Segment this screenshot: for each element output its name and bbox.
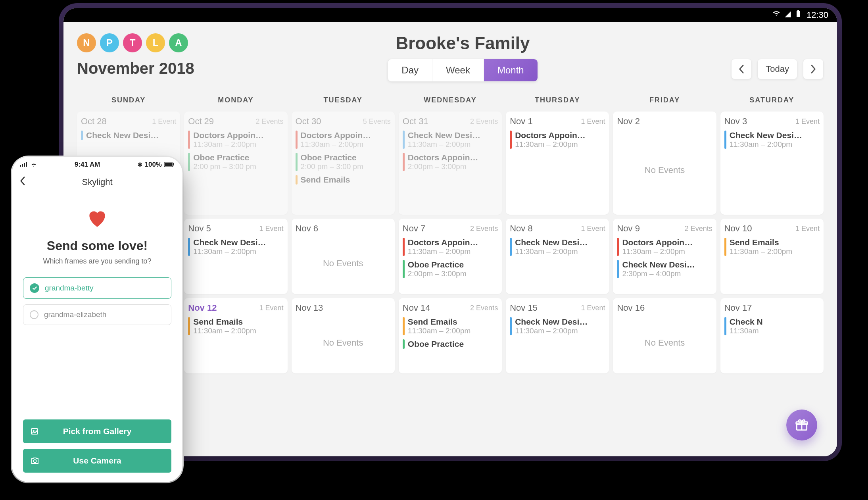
svg-rect-0 xyxy=(797,11,800,17)
event-item[interactable]: Check New Desi…11:30am – 2:00pm xyxy=(188,238,283,256)
send-subheading: Which frames are you sending to? xyxy=(43,257,151,265)
day-cell[interactable]: Nov 142 EventsSend Emails11:30am – 2:00p… xyxy=(399,298,502,373)
event-time: 11:30am – 2:00pm xyxy=(408,247,498,256)
event-title: Oboe Practice xyxy=(408,260,498,269)
event-item[interactable]: Send Emails11:30am – 2:00pm xyxy=(724,238,820,256)
event-item[interactable]: Send Emails11:30am – 2:00pm xyxy=(188,317,283,335)
prev-button[interactable] xyxy=(731,59,752,79)
ios-status-bar: 9:41 AM ✱ 100% xyxy=(12,157,182,173)
day-cell[interactable]: Oct 312 EventsCheck New Desi…11:30am – 2… xyxy=(399,112,502,215)
svg-rect-9 xyxy=(165,163,172,166)
svg-rect-10 xyxy=(173,163,174,165)
svg-rect-5 xyxy=(22,164,23,167)
event-item[interactable]: Check N11:30am xyxy=(724,317,820,335)
avatar[interactable]: A xyxy=(169,33,188,52)
event-title: Oboe Practice xyxy=(193,153,283,162)
event-title: Check New Desi… xyxy=(193,238,283,247)
event-color-bar xyxy=(188,238,190,256)
day-date: Nov 8 xyxy=(510,223,532,234)
event-item[interactable]: Doctors Appoin…11:30am – 2:00pm xyxy=(510,131,605,149)
day-cell[interactable]: Nov 51 EventCheck New Desi…11:30am – 2:0… xyxy=(184,219,287,294)
day-cell[interactable]: Nov 17Check N11:30am xyxy=(720,298,824,373)
event-time: 11:30am – 2:00pm xyxy=(408,140,498,149)
view-tab-month[interactable]: Month xyxy=(484,59,538,81)
weekday-label: WEDNESDAY xyxy=(399,93,502,108)
event-item[interactable]: Check New Desi…2:30pm – 4:00pm xyxy=(617,260,712,278)
camera-icon xyxy=(30,456,40,465)
event-item[interactable]: Send Emails xyxy=(296,175,391,185)
event-item[interactable]: Check New Desi… xyxy=(81,131,176,140)
next-button[interactable] xyxy=(803,59,824,79)
day-cell[interactable]: Nov 6No Events xyxy=(292,219,395,294)
event-item[interactable]: Doctors Appoin…11:30am – 2:00pm xyxy=(296,131,391,149)
weekday-label: SUNDAY xyxy=(77,93,180,108)
day-date: Oct 31 xyxy=(403,116,428,127)
event-title: Check New Desi… xyxy=(515,238,605,247)
battery-percent: 100% xyxy=(145,161,162,169)
event-count: 2 Events xyxy=(470,225,498,233)
event-item[interactable]: Send Emails11:30am – 2:00pm xyxy=(403,317,498,335)
day-date: Nov 12 xyxy=(188,303,217,313)
event-title: Doctors Appoin… xyxy=(622,238,712,247)
event-time: 11:30am – 2:00pm xyxy=(193,140,283,149)
frame-option[interactable]: grandma-betty xyxy=(23,277,171,299)
event-item[interactable]: Check New Desi…11:30am – 2:00pm xyxy=(510,317,605,335)
day-cell[interactable]: Nov 11 EventDoctors Appoin…11:30am – 2:0… xyxy=(506,112,609,215)
weekday-label: THURSDAY xyxy=(506,93,609,108)
day-cell[interactable]: Nov 121 EventSend Emails11:30am – 2:00pm xyxy=(184,298,287,373)
event-color-bar xyxy=(81,131,83,140)
event-item[interactable]: Oboe Practice2:00pm – 3:00pm xyxy=(403,260,498,278)
event-item[interactable]: Check New Desi…11:30am – 2:00pm xyxy=(724,131,820,149)
gift-fab[interactable] xyxy=(786,410,817,440)
event-item[interactable]: Check New Desi…11:30am – 2:00pm xyxy=(510,238,605,256)
today-button[interactable]: Today xyxy=(757,59,797,79)
day-cell[interactable]: Nov 92 EventsDoctors Appoin…11:30am – 2:… xyxy=(613,219,716,294)
event-time: 11:30am – 2:00pm xyxy=(193,247,283,256)
avatar[interactable]: T xyxy=(123,33,142,52)
event-item[interactable]: Oboe Practice2:00 pm – 3:00 pm xyxy=(296,153,391,171)
day-cell[interactable]: Nov 16No Events xyxy=(613,298,716,373)
event-title: Oboe Practice xyxy=(408,339,498,349)
event-count: 2 Events xyxy=(685,225,712,233)
phone-body: Send some love! Which frames are you sen… xyxy=(12,191,182,331)
frame-option[interactable]: grandma-elizabeth xyxy=(23,304,171,325)
day-date: Nov 13 xyxy=(296,303,323,313)
day-cell[interactable]: Nov 31 EventCheck New Desi…11:30am – 2:0… xyxy=(720,112,824,215)
day-cell[interactable]: Nov 81 EventCheck New Desi…11:30am – 2:0… xyxy=(506,219,609,294)
event-item[interactable]: Doctors Appoin…11:30am – 2:00pm xyxy=(403,238,498,256)
avatar[interactable]: L xyxy=(146,33,165,52)
event-color-bar xyxy=(188,153,190,171)
event-item[interactable]: Doctors Appoin…2:00pm – 3:00pm xyxy=(403,153,498,171)
event-item[interactable]: Oboe Practice xyxy=(403,339,498,349)
weekday-label: TUESDAY xyxy=(292,93,395,108)
view-tab-week[interactable]: Week xyxy=(432,59,484,81)
avatar[interactable]: N xyxy=(77,33,96,52)
event-item[interactable]: Doctors Appoin…11:30am – 2:00pm xyxy=(617,238,712,256)
event-time: 2:00 pm – 3:00 pm xyxy=(193,162,283,171)
event-color-bar xyxy=(510,131,512,149)
event-item[interactable]: Oboe Practice2:00 pm – 3:00 pm xyxy=(188,153,283,171)
day-cell[interactable]: Nov 151 EventCheck New Desi…11:30am – 2:… xyxy=(506,298,609,373)
svg-rect-1 xyxy=(797,10,799,11)
event-count: 2 Events xyxy=(470,304,498,312)
day-cell[interactable]: Nov 101 EventSend Emails11:30am – 2:00pm xyxy=(720,219,824,294)
battery-icon xyxy=(795,10,801,20)
event-item[interactable]: Doctors Appoin…11:30am – 2:00pm xyxy=(188,131,283,149)
nav-controls: Today xyxy=(731,59,824,79)
day-cell[interactable]: Nov 72 EventsDoctors Appoin…11:30am – 2:… xyxy=(399,219,502,294)
day-date: Nov 10 xyxy=(724,223,752,234)
day-cell[interactable]: Nov 2No Events xyxy=(613,112,716,215)
view-tab-day[interactable]: Day xyxy=(388,59,432,81)
gallery-icon xyxy=(30,427,40,436)
event-item[interactable]: Check New Desi…11:30am – 2:00pm xyxy=(403,131,498,149)
family-avatars: NPTLA xyxy=(77,33,194,52)
event-time: 2:00pm – 3:00pm xyxy=(408,162,498,171)
event-color-bar xyxy=(188,131,190,149)
use-camera-button[interactable]: Use Camera xyxy=(23,449,171,473)
day-cell[interactable]: Nov 13No Events xyxy=(292,298,395,373)
pick-gallery-button[interactable]: Pick from Gallery xyxy=(23,419,171,443)
day-cell[interactable]: Oct 305 EventsDoctors Appoin…11:30am – 2… xyxy=(292,112,395,215)
day-cell[interactable]: Oct 292 EventsDoctors Appoin…11:30am – 2… xyxy=(184,112,287,215)
day-date: Nov 15 xyxy=(510,303,538,313)
avatar[interactable]: P xyxy=(100,33,119,52)
